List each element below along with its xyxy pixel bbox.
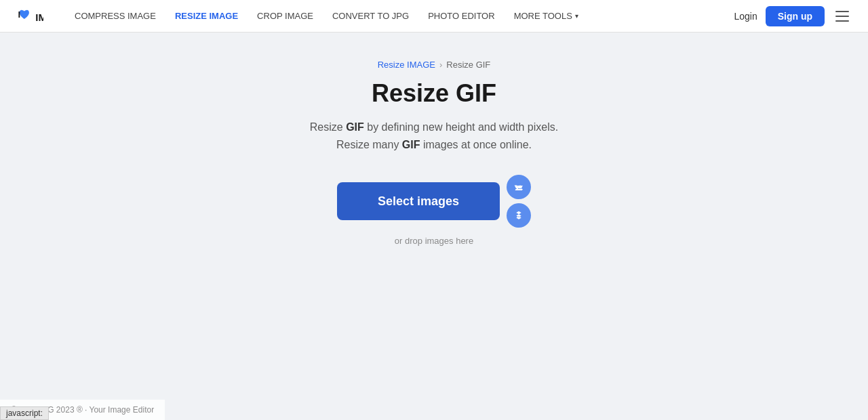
- nav-resize[interactable]: RESIZE IMAGE: [165, 0, 248, 33]
- description-line1: Resize GIF by defining new height and wi…: [310, 119, 558, 136]
- page-title: Resize GIF: [372, 79, 496, 108]
- main-nav: COMPRESS IMAGE RESIZE IMAGE CROP IMAGE C…: [65, 0, 734, 33]
- breadcrumb-current: Resize GIF: [446, 60, 490, 70]
- description-line2: Resize many GIF images at once online.: [310, 136, 558, 154]
- svg-text:I: I: [18, 9, 21, 19]
- header: IMG I COMPRESS IMAGE RESIZE IMAGE CROP I…: [0, 0, 868, 33]
- logo[interactable]: IMG I: [16, 5, 43, 27]
- chevron-down-icon: ▾: [575, 12, 578, 20]
- login-button[interactable]: Login: [734, 11, 757, 22]
- page-description: Resize GIF by defining new height and wi…: [310, 119, 558, 153]
- header-actions: Login Sign up: [734, 6, 852, 26]
- nav-compress[interactable]: COMPRESS IMAGE: [65, 0, 165, 33]
- dropbox-upload-button[interactable]: [507, 203, 531, 228]
- svg-text:IMG: IMG: [35, 11, 43, 22]
- google-drive-icon: [513, 181, 525, 193]
- main-content: Resize IMAGE › Resize GIF Resize GIF Res…: [0, 33, 868, 246]
- upload-area: Select images: [337, 175, 531, 228]
- signup-button[interactable]: Sign up: [766, 6, 825, 26]
- google-drive-upload-button[interactable]: [507, 175, 531, 199]
- select-images-button[interactable]: Select images: [337, 182, 500, 220]
- drop-text: or drop images here: [395, 236, 473, 246]
- nav-photo-editor[interactable]: PHOTO EDITOR: [418, 0, 504, 33]
- breadcrumb: Resize IMAGE › Resize GIF: [378, 60, 491, 70]
- hamburger-menu-button[interactable]: [833, 7, 852, 26]
- breadcrumb-parent-link[interactable]: Resize IMAGE: [378, 60, 435, 70]
- logo-icon: IMG I: [16, 5, 43, 27]
- nav-crop[interactable]: CROP IMAGE: [248, 0, 323, 33]
- dropbox-icon: [513, 209, 525, 222]
- upload-icon-buttons: [507, 175, 531, 228]
- nav-convert[interactable]: CONVERT TO JPG: [323, 0, 418, 33]
- nav-more-tools[interactable]: MORE TOOLS ▾: [505, 0, 588, 33]
- breadcrumb-separator: ›: [439, 60, 442, 70]
